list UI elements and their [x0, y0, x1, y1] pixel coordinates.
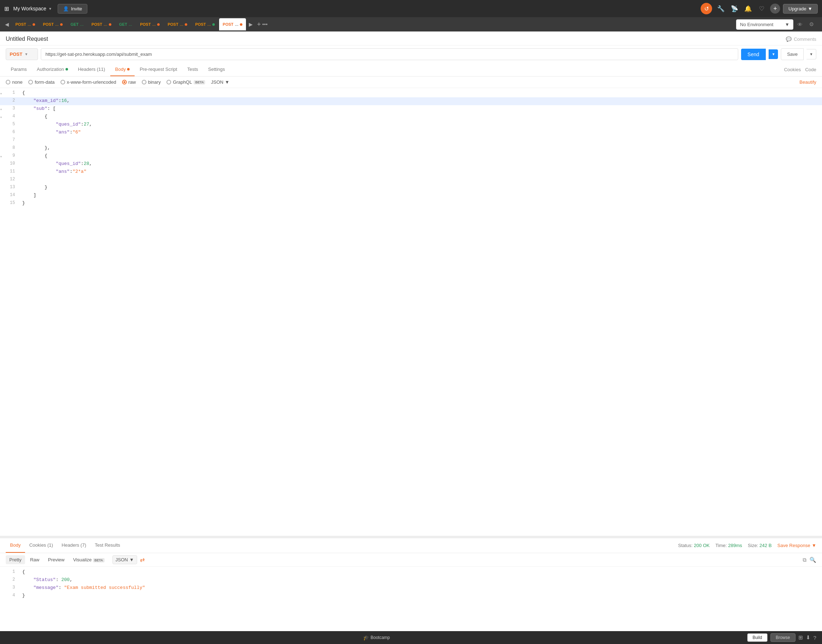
- resp-tab-cookies[interactable]: Cookies (1): [25, 538, 57, 553]
- request-tab-7[interactable]: POST ...: [192, 18, 218, 31]
- visualize-beta-badge: BETA: [93, 558, 104, 563]
- tab-label-9: ...: [235, 22, 238, 27]
- build-button[interactable]: Build: [747, 633, 768, 642]
- beautify-button[interactable]: Beautify: [799, 80, 816, 85]
- code-line-10: 10 "ques_id":28,: [0, 160, 822, 168]
- send-button[interactable]: Send: [741, 49, 766, 60]
- tab-prev-button[interactable]: ◀: [3, 20, 11, 29]
- person-icon: 👤: [63, 6, 69, 11]
- tab-add-button[interactable]: +: [257, 21, 261, 28]
- upgrade-button[interactable]: Upgrade ▼: [783, 4, 818, 14]
- bell-icon[interactable]: 🔔: [743, 3, 753, 14]
- save-button[interactable]: Save: [781, 48, 804, 60]
- browse-button[interactable]: Browse: [770, 633, 796, 642]
- resp-view-raw[interactable]: Raw: [26, 555, 43, 564]
- layout-icon[interactable]: ⊞: [798, 634, 803, 641]
- satellite-icon[interactable]: 📡: [729, 3, 739, 14]
- resp-view-visualize[interactable]: Visualize BETA: [69, 555, 108, 564]
- url-bar: POST ▼ Send ▼ Save ▼: [0, 46, 822, 63]
- plus-icon[interactable]: +: [770, 3, 780, 14]
- cookies-link[interactable]: Cookies: [784, 67, 801, 72]
- tab-dot-5: [157, 23, 160, 26]
- fold-icon-7: [0, 136, 5, 144]
- comments-label: Comments: [794, 37, 816, 42]
- resp-view-preview[interactable]: Preview: [45, 555, 68, 564]
- tab-more-button[interactable]: •••: [263, 21, 268, 27]
- request-tab-0[interactable]: POST ...: [12, 18, 38, 31]
- tab-authorization[interactable]: Authorization: [32, 63, 73, 76]
- help-icon[interactable]: ?: [813, 635, 816, 641]
- tab-body[interactable]: Body: [110, 63, 135, 76]
- fold-icon-1[interactable]: ▾: [0, 89, 5, 97]
- authorization-dot: [66, 68, 68, 71]
- tab-label-2: ...: [80, 22, 84, 27]
- request-tab-2[interactable]: GET ...: [67, 18, 88, 31]
- request-header: Untitled Request 💬 Comments: [0, 32, 822, 46]
- save-response-button[interactable]: Save Response ▼: [777, 543, 816, 548]
- refresh-icon[interactable]: ↺: [701, 3, 712, 14]
- radio-none-label: none: [12, 80, 23, 85]
- fold-icon-3[interactable]: ▾: [0, 105, 5, 113]
- line-num-7: 7: [5, 136, 19, 144]
- heart-icon[interactable]: ♡: [756, 3, 767, 14]
- radio-raw[interactable]: raw: [122, 80, 136, 85]
- tab-label-5: ...: [152, 22, 156, 27]
- search-icon[interactable]: 🔍: [810, 557, 816, 563]
- request-tab-5[interactable]: POST ...: [137, 18, 163, 31]
- tab-label-0: ...: [28, 22, 31, 27]
- tab-tests-label: Tests: [187, 66, 198, 72]
- json-format-select[interactable]: JSON ▼: [211, 80, 229, 85]
- send-dropdown-button[interactable]: ▼: [769, 49, 778, 59]
- radio-urlencoded[interactable]: x-www-form-urlencoded: [60, 80, 116, 85]
- fold-icon-9[interactable]: ▾: [0, 152, 5, 160]
- request-tab-9[interactable]: POST ...: [219, 18, 246, 31]
- tab-headers[interactable]: Headers (11): [73, 63, 110, 76]
- radio-binary[interactable]: binary: [142, 80, 161, 85]
- eye-icon-button[interactable]: 👁: [795, 19, 805, 29]
- url-input[interactable]: [41, 48, 738, 60]
- radio-graphql[interactable]: GraphQL BETA: [166, 80, 205, 85]
- copy-icon[interactable]: ⧉: [803, 557, 807, 563]
- tab-dot-6: [185, 23, 187, 26]
- request-tab-3[interactable]: POST ...: [88, 18, 115, 31]
- workspace-selector[interactable]: My Workspace ▼: [13, 6, 52, 11]
- download-icon[interactable]: ⬇: [806, 634, 811, 641]
- save-dropdown-button[interactable]: ▼: [807, 49, 816, 60]
- request-tab-6[interactable]: POST ...: [164, 18, 191, 31]
- line-content-12: [19, 176, 25, 184]
- tab-method-1: POST: [43, 22, 54, 26]
- line-content-11: "ans":"2*a": [19, 168, 89, 176]
- main-area: Untitled Request 💬 Comments POST ▼ Send …: [0, 32, 822, 631]
- tab-next-button[interactable]: ▶: [247, 20, 255, 29]
- tab-tests[interactable]: Tests: [182, 63, 203, 76]
- radio-form-data[interactable]: form-data: [28, 80, 55, 85]
- resp-tab-body[interactable]: Body: [6, 538, 25, 553]
- invite-button[interactable]: 👤 Invite: [58, 4, 88, 14]
- request-body-editor[interactable]: ▾ 1 { 2 "exam_id":16, ▾ 3 "sub": [ ▾ 4 {: [0, 88, 822, 536]
- code-link[interactable]: Code: [805, 67, 816, 72]
- gear-icon-button[interactable]: ⚙: [806, 19, 816, 29]
- tab-pre-request-label: Pre-request Script: [140, 66, 177, 72]
- fold-icon-5: [0, 121, 5, 129]
- wrap-icon[interactable]: ⇄: [140, 557, 144, 563]
- resp-view-pretty[interactable]: Pretty: [6, 555, 25, 564]
- code-line-8: 8 },: [0, 144, 822, 152]
- tab-params[interactable]: Params: [6, 63, 32, 76]
- resp-tab-test-results[interactable]: Test Results: [91, 538, 124, 553]
- fold-icon-4[interactable]: ▾: [0, 113, 5, 121]
- tab-settings[interactable]: Settings: [203, 63, 230, 76]
- wrench-icon[interactable]: 🔧: [716, 3, 726, 14]
- resp-format-select[interactable]: JSON ▼: [112, 555, 137, 564]
- method-select[interactable]: POST ▼: [6, 48, 38, 60]
- comments-button[interactable]: 💬 Comments: [786, 37, 816, 42]
- radio-none[interactable]: none: [6, 80, 23, 85]
- fold-icon-2: [0, 97, 5, 105]
- request-tab-4[interactable]: GET ...: [116, 18, 136, 31]
- environment-selector[interactable]: No Environment ▼: [736, 19, 793, 30]
- request-tab-1[interactable]: POST ...: [39, 18, 66, 31]
- tab-label-1: ...: [55, 22, 59, 27]
- tab-bar: ◀ POST ... POST ... GET ... POST ... GET…: [0, 17, 822, 32]
- resp-tab-headers[interactable]: Headers (7): [57, 538, 91, 553]
- tab-pre-request[interactable]: Pre-request Script: [135, 63, 182, 76]
- radio-dot-raw: [122, 80, 127, 84]
